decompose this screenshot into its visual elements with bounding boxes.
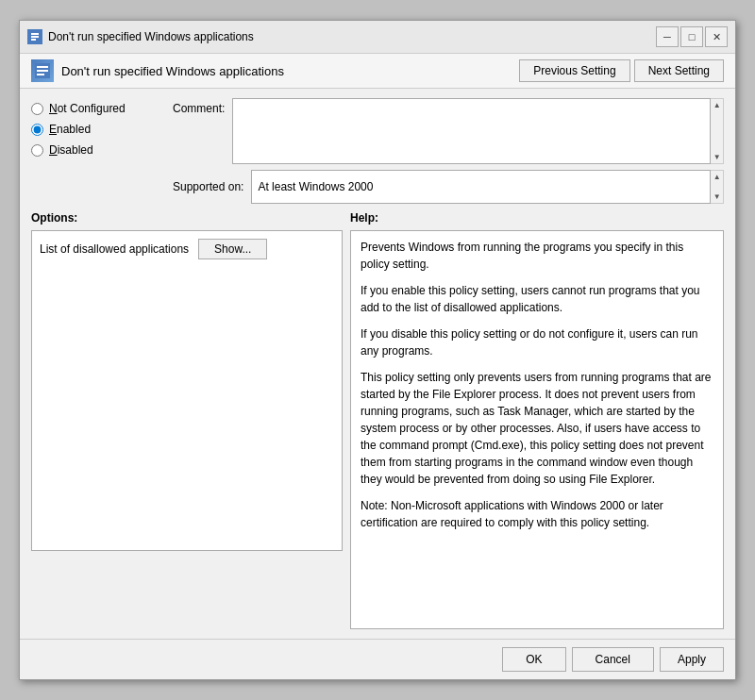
- next-setting-button[interactable]: Next Setting: [634, 59, 724, 82]
- svg-rect-7: [37, 74, 44, 75]
- show-button[interactable]: Show...: [198, 239, 267, 259]
- top-row: Not Configured Enabled Disabled Comment:: [31, 98, 724, 204]
- help-para-4: This policy setting only prevents users …: [361, 369, 713, 488]
- policy-icon-svg: [28, 30, 42, 43]
- header-icon-svg: [34, 62, 51, 79]
- footer-bar: OK Cancel Apply: [20, 639, 735, 679]
- help-content: Prevents Windows from running the progra…: [350, 230, 724, 629]
- supported-field-wrap: At least Windows 2000 ▲ ▼: [251, 170, 724, 204]
- header-title: Don't run specified Windows applications: [61, 64, 284, 78]
- options-section: Options: List of disallowed applications…: [31, 211, 343, 629]
- enabled-label: Enabled: [49, 123, 91, 136]
- content-area: Not Configured Enabled Disabled Comment:: [20, 89, 735, 639]
- comment-label: Comment:: [173, 98, 232, 115]
- right-form: Comment: ▲ ▼ Supported on: At least Wind…: [173, 98, 724, 204]
- comment-scroll-down[interactable]: ▼: [712, 151, 723, 163]
- main-window: Don't run specified Windows applications…: [19, 20, 736, 680]
- comment-row: Comment: ▲ ▼: [173, 98, 724, 164]
- title-bar-left: Don't run specified Windows applications: [27, 29, 254, 44]
- header-buttons: Previous Setting Next Setting: [519, 59, 724, 82]
- svg-rect-2: [31, 36, 39, 38]
- help-label: Help:: [350, 211, 724, 225]
- supported-scrollbar: ▲ ▼: [711, 170, 724, 204]
- previous-setting-button[interactable]: Previous Setting: [519, 59, 629, 82]
- disabled-option[interactable]: Disabled: [31, 143, 173, 157]
- svg-rect-1: [31, 33, 39, 35]
- help-para-3: If you disable this policy setting or do…: [361, 325, 713, 359]
- cancel-button[interactable]: Cancel: [572, 647, 654, 672]
- header-icon: [31, 59, 54, 82]
- title-bar: Don't run specified Windows applications…: [20, 21, 735, 54]
- list-disallowed-label: List of disallowed applications: [40, 242, 189, 256]
- supported-scroll-down[interactable]: ▼: [712, 191, 723, 203]
- comment-textarea[interactable]: [232, 98, 711, 164]
- supported-label: Supported on:: [173, 180, 251, 193]
- header-title-row: Don't run specified Windows applications: [31, 59, 284, 82]
- enabled-radio[interactable]: [31, 124, 43, 136]
- comment-field-wrap: ▲ ▼: [232, 98, 724, 164]
- options-item-row: List of disallowed applications Show...: [40, 239, 334, 259]
- options-area: List of disallowed applications Show...: [31, 230, 343, 551]
- apply-button[interactable]: Apply: [660, 647, 724, 672]
- svg-rect-3: [31, 39, 36, 41]
- close-button[interactable]: ✕: [705, 26, 728, 47]
- disabled-label: Disabled: [49, 143, 93, 157]
- help-para-2: If you enable this policy setting, users…: [361, 282, 713, 316]
- maximize-button[interactable]: □: [680, 26, 703, 47]
- two-col-section: Options: List of disallowed applications…: [31, 211, 724, 629]
- title-bar-controls: ─ □ ✕: [656, 26, 728, 47]
- supported-scroll-up[interactable]: ▲: [712, 171, 723, 183]
- help-para-5: Note: Non-Microsoft applications with Wi…: [361, 497, 713, 531]
- not-configured-option[interactable]: Not Configured: [31, 102, 173, 115]
- minimize-button[interactable]: ─: [656, 26, 679, 47]
- svg-rect-5: [37, 66, 48, 68]
- disabled-radio[interactable]: [31, 144, 43, 157]
- supported-row: Supported on: At least Windows 2000 ▲ ▼: [173, 170, 724, 204]
- help-para-1: Prevents Windows from running the progra…: [361, 239, 713, 273]
- comment-scrollbar: ▲ ▼: [711, 98, 724, 164]
- not-configured-label: Not Configured: [49, 102, 126, 115]
- help-section: Help: Prevents Windows from running the …: [350, 211, 724, 629]
- header-bar: Don't run specified Windows applications…: [20, 54, 735, 89]
- supported-value: At least Windows 2000: [251, 170, 711, 204]
- svg-rect-6: [37, 70, 48, 72]
- enabled-option[interactable]: Enabled: [31, 123, 173, 136]
- ok-button[interactable]: OK: [502, 647, 565, 672]
- options-label: Options:: [31, 211, 343, 225]
- window-icon: [27, 29, 42, 44]
- not-configured-radio[interactable]: [31, 103, 43, 115]
- window-title: Don't run specified Windows applications: [48, 30, 254, 43]
- radio-group: Not Configured Enabled Disabled: [31, 98, 173, 204]
- comment-scroll-up[interactable]: ▲: [712, 99, 723, 111]
